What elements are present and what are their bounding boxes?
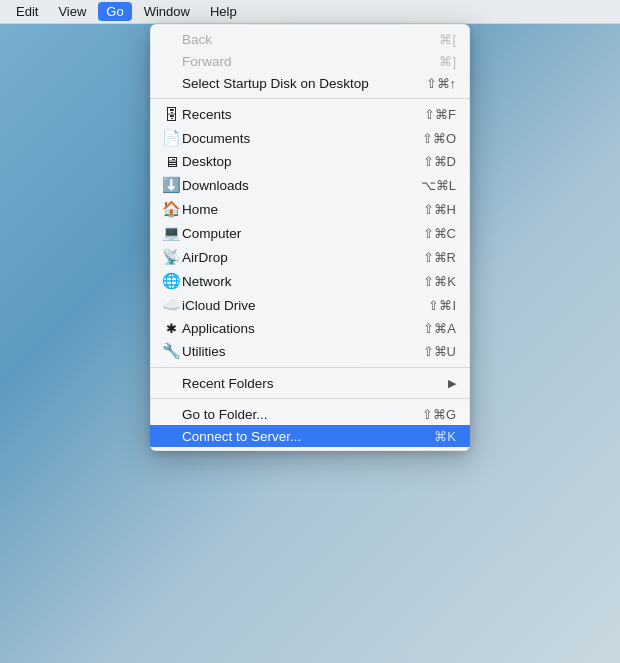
menu-item-recent-folders[interactable]: Recent Folders ▶ — [150, 372, 470, 394]
home-shortcut: ⇧⌘H — [423, 202, 456, 217]
menu-item-startup-disk[interactable]: Select Startup Disk on Desktop ⇧⌘↑ — [150, 72, 470, 94]
menu-item-icloud[interactable]: ☁️ iCloud Drive ⇧⌘I — [150, 293, 470, 317]
menubar-item-go[interactable]: Go — [98, 2, 131, 21]
menu-item-recents[interactable]: 🗄 Recents ⇧⌘F — [150, 103, 470, 126]
menubar: Edit View Go Window Help — [0, 0, 620, 24]
forward-label: Forward — [182, 54, 439, 69]
recents-shortcut: ⇧⌘F — [424, 107, 456, 122]
recents-label: Recents — [182, 107, 424, 122]
documents-shortcut: ⇧⌘O — [422, 131, 456, 146]
applications-shortcut: ⇧⌘A — [423, 321, 456, 336]
downloads-shortcut: ⌥⌘L — [421, 178, 456, 193]
icloud-icon: ☁️ — [160, 296, 182, 314]
divider-1 — [150, 98, 470, 99]
startup-disk-shortcut: ⇧⌘↑ — [426, 76, 457, 91]
utilities-shortcut: ⇧⌘U — [423, 344, 456, 359]
back-shortcut: ⌘[ — [439, 32, 456, 47]
menu-item-back[interactable]: Back ⌘[ — [150, 28, 470, 50]
menu-item-go-to-folder[interactable]: Go to Folder... ⇧⌘G — [150, 403, 470, 425]
menubar-item-edit[interactable]: Edit — [8, 2, 46, 21]
recent-folders-label: Recent Folders — [182, 376, 448, 391]
menu-item-airdrop[interactable]: 📡 AirDrop ⇧⌘R — [150, 245, 470, 269]
airdrop-shortcut: ⇧⌘R — [423, 250, 456, 265]
connect-server-shortcut: ⌘K — [434, 429, 456, 444]
divider-3 — [150, 398, 470, 399]
network-shortcut: ⇧⌘K — [423, 274, 456, 289]
menu-item-computer[interactable]: 💻 Computer ⇧⌘C — [150, 221, 470, 245]
icloud-shortcut: ⇧⌘I — [428, 298, 456, 313]
go-to-folder-shortcut: ⇧⌘G — [422, 407, 456, 422]
menu-item-forward[interactable]: Forward ⌘] — [150, 50, 470, 72]
back-label: Back — [182, 32, 439, 47]
network-label: Network — [182, 274, 423, 289]
airdrop-icon: 📡 — [160, 248, 182, 266]
applications-label: Applications — [182, 321, 423, 336]
menu-item-downloads[interactable]: ⬇️ Downloads ⌥⌘L — [150, 173, 470, 197]
airdrop-label: AirDrop — [182, 250, 423, 265]
divider-2 — [150, 367, 470, 368]
menu-item-applications[interactable]: ✱ Applications ⇧⌘A — [150, 317, 470, 339]
recents-icon: 🗄 — [160, 106, 182, 123]
applications-icon: ✱ — [160, 321, 182, 336]
menu-item-utilities[interactable]: 🔧 Utilities ⇧⌘U — [150, 339, 470, 363]
network-icon: 🌐 — [160, 272, 182, 290]
home-icon: 🏠 — [160, 200, 182, 218]
computer-label: Computer — [182, 226, 423, 241]
menu-item-connect-server[interactable]: Connect to Server... ⌘K — [150, 425, 470, 447]
icloud-label: iCloud Drive — [182, 298, 428, 313]
connect-server-label: Connect to Server... — [182, 429, 434, 444]
submenu-arrow: ▶ — [448, 377, 456, 390]
menubar-item-window[interactable]: Window — [136, 2, 198, 21]
menu-item-network[interactable]: 🌐 Network ⇧⌘K — [150, 269, 470, 293]
desktop-label: Desktop — [182, 154, 423, 169]
documents-label: Documents — [182, 131, 422, 146]
downloads-icon: ⬇️ — [160, 176, 182, 194]
computer-icon: 💻 — [160, 224, 182, 242]
menubar-item-view[interactable]: View — [50, 2, 94, 21]
menu-item-home[interactable]: 🏠 Home ⇧⌘H — [150, 197, 470, 221]
downloads-label: Downloads — [182, 178, 421, 193]
go-to-folder-label: Go to Folder... — [182, 407, 422, 422]
documents-icon: 📄 — [160, 129, 182, 147]
utilities-icon: 🔧 — [160, 342, 182, 360]
menubar-item-help[interactable]: Help — [202, 2, 245, 21]
utilities-label: Utilities — [182, 344, 423, 359]
menu-item-documents[interactable]: 📄 Documents ⇧⌘O — [150, 126, 470, 150]
home-label: Home — [182, 202, 423, 217]
forward-shortcut: ⌘] — [439, 54, 456, 69]
desktop-icon: 🖥 — [160, 153, 182, 170]
computer-shortcut: ⇧⌘C — [423, 226, 456, 241]
go-menu: Back ⌘[ Forward ⌘] Select Startup Disk o… — [150, 24, 470, 451]
desktop-shortcut: ⇧⌘D — [423, 154, 456, 169]
menu-item-desktop[interactable]: 🖥 Desktop ⇧⌘D — [150, 150, 470, 173]
startup-disk-label: Select Startup Disk on Desktop — [182, 76, 426, 91]
